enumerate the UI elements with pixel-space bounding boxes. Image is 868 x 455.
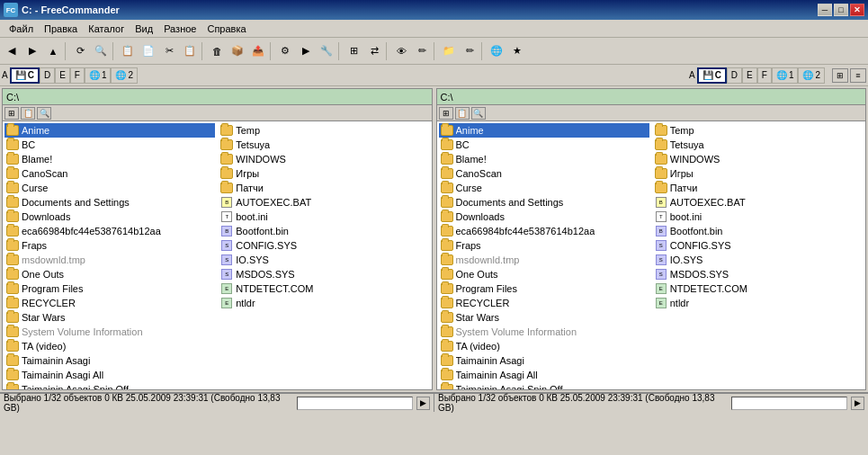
list-item[interactable]: BC — [4, 138, 215, 152]
list-item[interactable]: ENTDETECT.COM — [219, 281, 429, 296]
list-item[interactable]: Taimainin Asagi — [439, 353, 649, 368]
list-item[interactable]: Taimainin Asagi Spin Off — [4, 382, 215, 389]
list-item[interactable]: Entldr — [219, 296, 429, 310]
delete-button[interactable]: 🗑 — [207, 41, 227, 61]
list-item[interactable]: Temp — [653, 123, 864, 138]
settings-button[interactable]: 🔧 — [317, 41, 336, 61]
list-item[interactable]: RECYCLER — [4, 296, 215, 310]
back-button[interactable]: ◀ — [2, 41, 22, 61]
menu-file[interactable]: Файл — [4, 22, 39, 36]
list-item[interactable]: RECYCLER — [439, 296, 649, 310]
minimize-button[interactable]: ─ — [818, 4, 832, 16]
menu-catalog[interactable]: Каталог — [83, 22, 130, 36]
terminal-button[interactable]: ▶ — [296, 41, 316, 61]
right-panel-btn2[interactable]: ≡ — [850, 68, 866, 83]
list-item[interactable]: CanoScan — [439, 166, 649, 181]
list-item[interactable]: Blame! — [4, 152, 215, 166]
drive-f-right[interactable]: F — [757, 67, 772, 84]
drive-e-right[interactable]: E — [742, 67, 757, 84]
drive-f-left[interactable]: F — [70, 67, 85, 84]
drive-d-left[interactable]: D — [40, 67, 55, 84]
search-button[interactable]: 🔍 — [91, 41, 111, 61]
list-item[interactable]: Taimainin Asagi Spin Off — [439, 382, 649, 389]
refresh-button[interactable]: ⟳ — [70, 41, 90, 61]
edit-button[interactable]: ✏ — [412, 41, 432, 61]
drive-2-left[interactable]: 🌐2 — [111, 67, 138, 84]
list-item[interactable]: Tetsuya — [653, 138, 864, 152]
list-item[interactable]: System Volume Information — [439, 325, 649, 339]
copy-button[interactable]: 📋 — [118, 41, 138, 61]
list-item[interactable]: msdownld.tmp — [4, 253, 215, 267]
pack-button[interactable]: 📦 — [228, 41, 247, 61]
unpack-button[interactable]: 📤 — [248, 41, 268, 61]
drive-2-right[interactable]: 🌐2 — [798, 67, 825, 84]
list-item[interactable]: Anime — [439, 123, 649, 138]
list-item[interactable]: Program Files — [4, 281, 215, 296]
list-item[interactable]: SCONFIG.SYS — [219, 238, 429, 253]
list-item[interactable]: Fraps — [439, 238, 649, 253]
list-item[interactable]: Anime — [4, 123, 215, 138]
list-item[interactable]: Tboot.ini — [219, 210, 429, 224]
maximize-button[interactable]: □ — [834, 4, 848, 16]
left-status-input[interactable] — [297, 397, 413, 410]
left-panel-tb-btn2[interactable]: 📋 — [21, 107, 35, 120]
compare-button[interactable]: ⊞ — [344, 41, 363, 61]
right-status-arrow-btn[interactable]: ▶ — [851, 397, 864, 410]
list-item[interactable]: WINDOWS — [653, 152, 864, 166]
list-item[interactable]: BBootfont.bin — [219, 224, 429, 238]
menu-help[interactable]: Справка — [201, 22, 251, 36]
right-panel-tb-btn3[interactable]: 🔍 — [471, 107, 486, 120]
list-item[interactable]: Taimainin Asagi All — [4, 368, 215, 382]
list-item[interactable]: Игры — [653, 166, 864, 181]
right-panel-path[interactable]: C:\ — [437, 89, 866, 105]
right-panel-tb-btn2[interactable]: 📋 — [455, 107, 470, 120]
drive-e-left[interactable]: E — [55, 67, 70, 84]
list-item[interactable]: Игры — [219, 166, 429, 181]
list-item[interactable]: BAUTOEXEC.BAT — [219, 195, 429, 210]
left-panel-tb-btn3[interactable]: 🔍 — [37, 107, 51, 120]
list-item[interactable]: One Outs — [4, 267, 215, 281]
drive-c-left[interactable]: 💾C — [10, 67, 40, 84]
rename-button[interactable]: ✏ — [460, 41, 479, 61]
list-item[interactable]: System Volume Information — [4, 325, 215, 339]
list-item[interactable]: Tboot.ini — [653, 210, 864, 224]
menu-view[interactable]: Вид — [130, 22, 158, 36]
list-item[interactable]: Documents and Settings — [4, 195, 215, 210]
right-panel-btn1[interactable]: ⊞ — [832, 68, 848, 83]
list-item[interactable]: Downloads — [4, 210, 215, 224]
properties-button[interactable]: ⚙ — [275, 41, 295, 61]
list-item[interactable]: Taimainin Asagi All — [439, 368, 649, 382]
list-item[interactable]: Downloads — [439, 210, 649, 224]
list-item[interactable]: Curse — [439, 181, 649, 195]
move-button[interactable]: 📄 — [139, 41, 158, 61]
list-item[interactable]: CanoScan — [4, 166, 215, 181]
list-item[interactable]: SMSDOS.SYS — [219, 267, 429, 281]
left-panel-path[interactable]: C:\ — [3, 89, 432, 105]
drive-d-right[interactable]: D — [727, 67, 742, 84]
list-item[interactable]: Curse — [4, 181, 215, 195]
ftp-button[interactable]: 🌐 — [487, 41, 506, 61]
list-item[interactable]: Temp — [219, 123, 429, 138]
list-item[interactable]: WINDOWS — [219, 152, 429, 166]
list-item[interactable]: TA (video) — [439, 339, 649, 353]
list-item[interactable]: SCONFIG.SYS — [653, 238, 864, 253]
list-item[interactable]: One Outs — [439, 267, 649, 281]
forward-button[interactable]: ▶ — [22, 41, 42, 61]
list-item[interactable]: SIO.SYS — [219, 253, 429, 267]
bookmark-button[interactable]: ★ — [507, 41, 527, 61]
view-button[interactable]: 👁 — [391, 41, 411, 61]
right-status-input[interactable] — [731, 397, 847, 410]
right-panel-tb-btn1[interactable]: ⊞ — [439, 107, 453, 120]
left-status-arrow-btn[interactable]: ▶ — [416, 397, 430, 410]
list-item[interactable]: eca66984bfc44e5387614b12aa — [439, 224, 649, 238]
list-item[interactable]: Taimainin Asagi — [4, 353, 215, 368]
list-item[interactable]: SIO.SYS — [653, 253, 864, 267]
new-folder-button[interactable]: 📁 — [439, 41, 459, 61]
list-item[interactable]: Патчи — [219, 181, 429, 195]
list-item[interactable]: Tetsuya — [219, 138, 429, 152]
list-item[interactable]: msdownld.tmp — [439, 253, 649, 267]
list-item[interactable]: BBootfont.bin — [653, 224, 864, 238]
list-item[interactable]: Entldr — [653, 296, 864, 310]
list-item[interactable]: Патчи — [653, 181, 864, 195]
list-item[interactable]: Star Wars — [439, 310, 649, 325]
